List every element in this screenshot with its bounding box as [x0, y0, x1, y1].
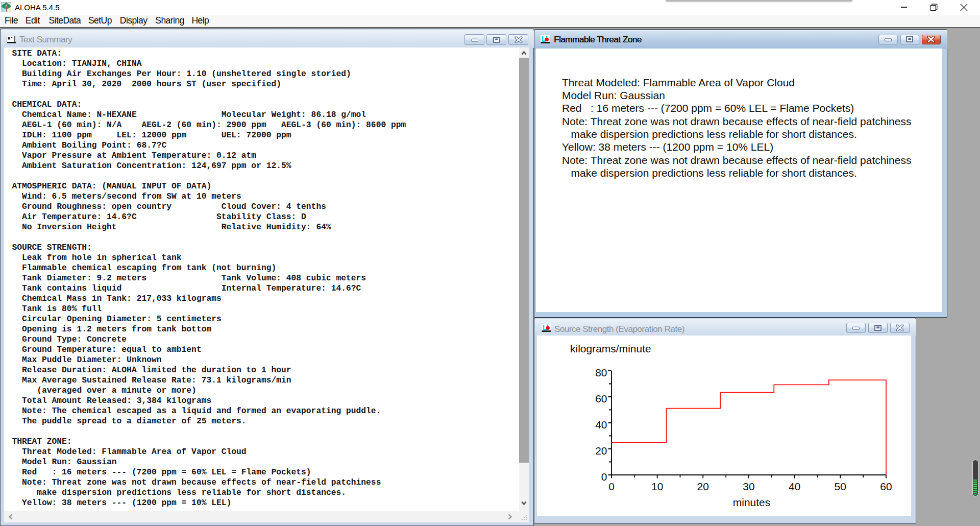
svg-text:80: 80: [595, 367, 607, 378]
svg-text:0: 0: [601, 471, 607, 483]
svg-text:60: 60: [880, 481, 892, 492]
svg-text:10: 10: [651, 481, 663, 492]
svg-text:40: 40: [789, 481, 800, 492]
svg-text:kilograms/minute: kilograms/minute: [570, 343, 651, 354]
svg-text:20: 20: [595, 445, 607, 457]
svg-text:minutes: minutes: [733, 496, 771, 508]
svg-text:0: 0: [608, 481, 615, 492]
svg-text:60: 60: [595, 393, 607, 404]
svg-text:30: 30: [743, 481, 754, 492]
svg-text:40: 40: [595, 419, 607, 431]
svg-text:20: 20: [697, 481, 709, 492]
svg-text:50: 50: [835, 481, 846, 492]
